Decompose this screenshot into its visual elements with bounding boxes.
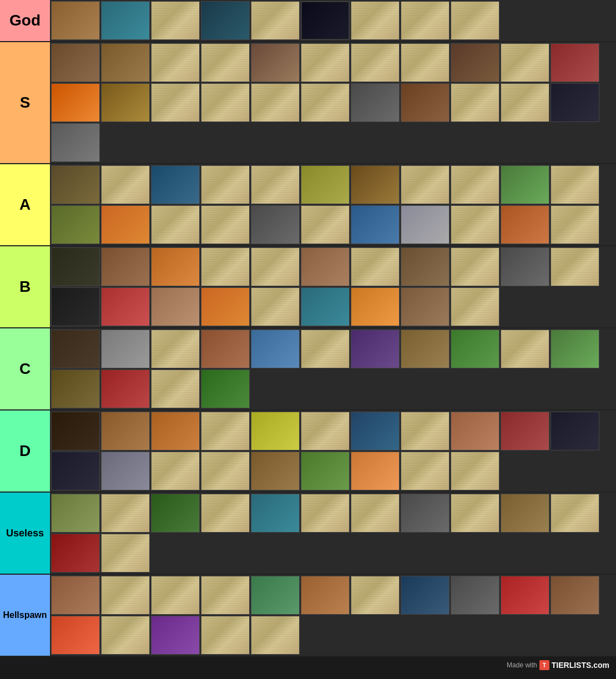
- card[interactable]: [301, 43, 350, 82]
- card[interactable]: [451, 412, 499, 450]
- card[interactable]: [101, 43, 150, 82]
- card[interactable]: [101, 330, 150, 368]
- card[interactable]: [401, 165, 450, 204]
- card[interactable]: [551, 412, 599, 450]
- card[interactable]: [301, 287, 350, 326]
- card[interactable]: [101, 369, 150, 408]
- card[interactable]: [51, 247, 100, 286]
- card[interactable]: [301, 494, 350, 533]
- card[interactable]: [51, 330, 100, 368]
- card[interactable]: [351, 412, 400, 450]
- card[interactable]: [201, 43, 250, 82]
- card[interactable]: [551, 165, 599, 204]
- card[interactable]: [501, 83, 549, 122]
- card[interactable]: [301, 576, 350, 615]
- card[interactable]: [101, 165, 150, 204]
- card[interactable]: [401, 43, 450, 82]
- card[interactable]: [51, 1, 100, 40]
- card[interactable]: [101, 616, 150, 655]
- card[interactable]: [451, 165, 499, 204]
- card[interactable]: [101, 1, 150, 40]
- card[interactable]: [351, 494, 400, 533]
- card[interactable]: [101, 83, 150, 122]
- card[interactable]: [551, 83, 599, 122]
- card[interactable]: [301, 165, 350, 204]
- card[interactable]: [251, 43, 300, 82]
- card[interactable]: [201, 576, 250, 615]
- card[interactable]: [101, 534, 150, 572]
- card[interactable]: [351, 43, 400, 82]
- card[interactable]: [201, 330, 250, 368]
- card[interactable]: [301, 330, 350, 368]
- card[interactable]: [201, 287, 250, 326]
- card[interactable]: [201, 452, 250, 490]
- card[interactable]: [151, 1, 200, 40]
- card[interactable]: [51, 412, 100, 450]
- card[interactable]: [301, 205, 350, 244]
- card[interactable]: [51, 452, 100, 490]
- card[interactable]: [51, 205, 100, 244]
- card[interactable]: [251, 287, 300, 326]
- card[interactable]: [451, 330, 499, 368]
- card[interactable]: [251, 247, 300, 286]
- card[interactable]: [401, 494, 450, 533]
- card[interactable]: [351, 83, 400, 122]
- card[interactable]: [451, 576, 499, 615]
- card[interactable]: [201, 205, 250, 244]
- card[interactable]: [401, 412, 450, 450]
- card[interactable]: [151, 43, 200, 82]
- card[interactable]: [401, 1, 450, 40]
- card[interactable]: [501, 43, 549, 82]
- card[interactable]: [451, 43, 499, 82]
- card[interactable]: [301, 412, 350, 450]
- card[interactable]: [201, 83, 250, 122]
- card[interactable]: [251, 452, 300, 490]
- card[interactable]: [151, 452, 200, 490]
- card[interactable]: [151, 494, 200, 533]
- card[interactable]: [501, 330, 549, 368]
- card[interactable]: [401, 247, 450, 286]
- card[interactable]: [251, 616, 300, 655]
- card[interactable]: [451, 205, 499, 244]
- card[interactable]: [351, 287, 400, 326]
- card[interactable]: [551, 247, 599, 286]
- card[interactable]: [251, 205, 300, 244]
- card[interactable]: [551, 43, 599, 82]
- card[interactable]: [251, 330, 300, 368]
- card[interactable]: [401, 287, 450, 326]
- card[interactable]: [401, 452, 450, 490]
- card[interactable]: [201, 369, 250, 408]
- card[interactable]: [101, 205, 150, 244]
- card[interactable]: [151, 412, 200, 450]
- card[interactable]: [501, 412, 549, 450]
- card[interactable]: [451, 83, 499, 122]
- card[interactable]: [151, 287, 200, 326]
- card[interactable]: [351, 576, 400, 615]
- card[interactable]: [151, 576, 200, 615]
- card[interactable]: [251, 1, 300, 40]
- card[interactable]: [201, 494, 250, 533]
- card[interactable]: [251, 83, 300, 122]
- card[interactable]: [501, 494, 549, 533]
- card[interactable]: [101, 494, 150, 533]
- card[interactable]: [201, 412, 250, 450]
- card[interactable]: [201, 165, 250, 204]
- card[interactable]: [201, 1, 250, 40]
- card[interactable]: [451, 452, 499, 490]
- card[interactable]: [451, 494, 499, 533]
- card[interactable]: [101, 247, 150, 286]
- card[interactable]: [301, 1, 350, 40]
- card[interactable]: [51, 616, 100, 655]
- card[interactable]: [251, 494, 300, 533]
- card[interactable]: [51, 287, 100, 326]
- card[interactable]: [251, 412, 300, 450]
- card[interactable]: [501, 247, 549, 286]
- card[interactable]: [101, 412, 150, 450]
- card[interactable]: [51, 43, 100, 82]
- card[interactable]: [51, 534, 100, 572]
- card[interactable]: [501, 205, 549, 244]
- card[interactable]: [101, 287, 150, 326]
- card[interactable]: [351, 247, 400, 286]
- card[interactable]: [51, 123, 100, 162]
- card[interactable]: [351, 165, 400, 204]
